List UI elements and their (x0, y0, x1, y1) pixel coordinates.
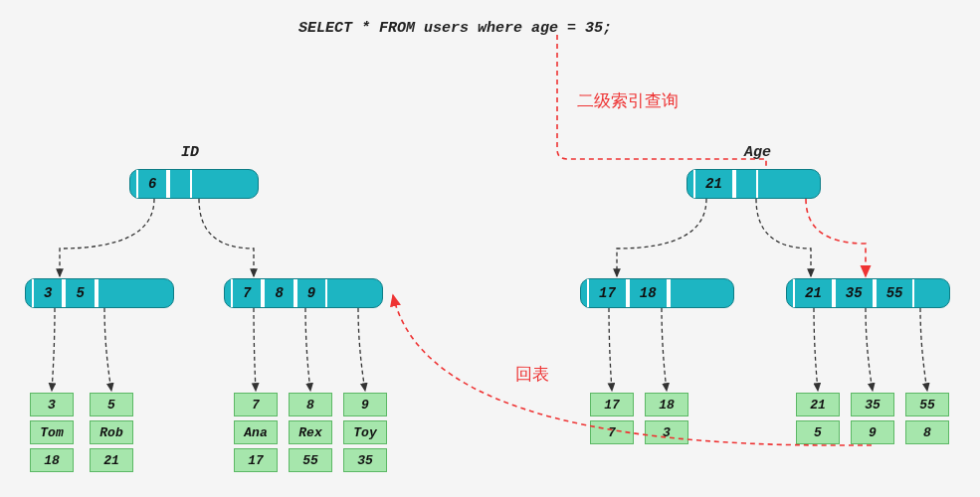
leaf-id: 5 (90, 393, 133, 416)
empty-slot (168, 170, 190, 198)
leaf-age: 17 (234, 448, 278, 472)
id-leaf: 7 Ana 17 (234, 393, 278, 472)
id-tree-label: ID (181, 144, 199, 161)
id-key: 3 (32, 279, 64, 307)
label-secondary-index: 二级索引查询 (577, 89, 679, 112)
leaf-id: 8 (905, 420, 949, 444)
id-leaf: 9 Toy 35 (343, 393, 387, 472)
leaf-age: 21 (90, 448, 133, 472)
age-tree-label: Age (744, 144, 771, 161)
empty-slot (669, 279, 690, 307)
leaf-age: 35 (343, 448, 387, 472)
leaf-age: 21 (796, 393, 840, 416)
age-key: 55 (875, 279, 915, 307)
age-root-node: 21 (686, 169, 821, 199)
empty-slot (734, 170, 756, 198)
leaf-id: 9 (851, 420, 894, 444)
id-key: 8 (263, 279, 294, 307)
leaf-age: 35 (851, 393, 894, 416)
age-root-key: 21 (693, 170, 734, 198)
empty-slot (190, 170, 212, 198)
leaf-id: 9 (343, 393, 387, 416)
leaf-age: 18 (30, 448, 74, 472)
leaf-name: Ana (234, 420, 278, 444)
leaf-name: Rex (289, 420, 332, 444)
age-leaf: 17 7 (590, 393, 634, 444)
id-leaf: 8 Rex 55 (289, 393, 332, 472)
age-internal-left: 17 18 (580, 278, 734, 308)
leaf-age: 55 (905, 393, 949, 416)
leaf-age: 17 (590, 393, 634, 416)
id-internal-right: 7 8 9 (224, 278, 383, 308)
leaf-id: 3 (645, 420, 688, 444)
age-leaf: 35 9 (851, 393, 894, 444)
leaf-name: Tom (30, 420, 74, 444)
leaf-id: 3 (30, 393, 74, 416)
age-key: 21 (793, 279, 834, 307)
sql-query: SELECT * FROM users where age = 35; (298, 20, 612, 37)
empty-slot (97, 279, 118, 307)
leaf-id: 7 (590, 420, 634, 444)
id-leaf: 5 Rob 21 (90, 393, 133, 472)
age-leaf: 55 8 (905, 393, 949, 444)
id-root-key: 6 (136, 170, 168, 198)
id-key: 9 (295, 279, 327, 307)
label-back-to-table: 回表 (515, 363, 549, 386)
age-leaf: 18 3 (645, 393, 688, 444)
id-key: 7 (231, 279, 263, 307)
empty-slot (756, 170, 778, 198)
leaf-age: 55 (289, 448, 332, 472)
leaf-name: Rob (90, 420, 133, 444)
age-leaf: 21 5 (796, 393, 840, 444)
leaf-id: 5 (796, 420, 840, 444)
id-internal-left: 3 5 (25, 278, 174, 308)
age-key: 17 (587, 279, 628, 307)
leaf-age: 18 (645, 393, 688, 416)
age-key: 18 (628, 279, 669, 307)
id-root-node: 6 (129, 169, 259, 199)
age-key: 35 (834, 279, 875, 307)
leaf-name: Toy (343, 420, 387, 444)
age-internal-right: 21 35 55 (786, 278, 950, 308)
leaf-id: 8 (289, 393, 332, 416)
id-key: 5 (64, 279, 96, 307)
leaf-id: 7 (234, 393, 278, 416)
id-leaf: 3 Tom 18 (30, 393, 74, 472)
